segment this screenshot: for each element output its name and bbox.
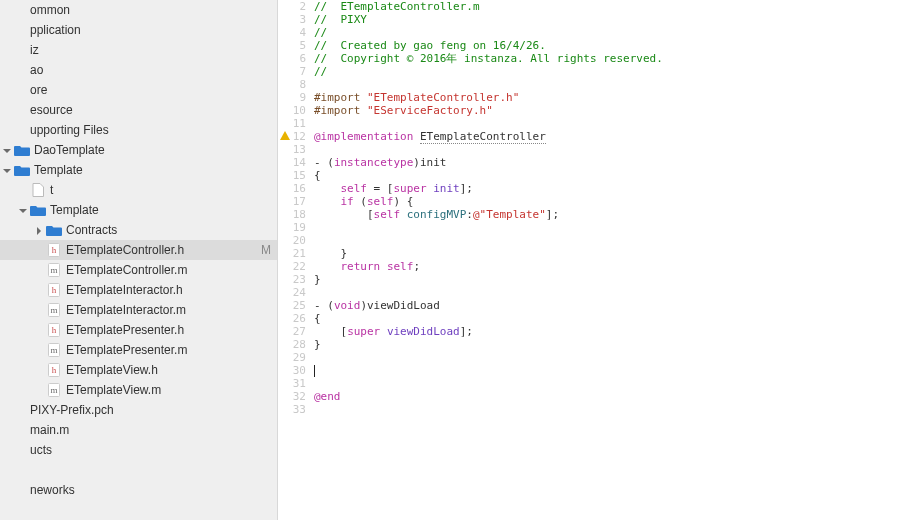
line-number: 29 xyxy=(278,351,314,364)
folder-icon xyxy=(46,223,62,237)
code-line[interactable] xyxy=(314,364,920,377)
file-tree-item[interactable]: PIXY-Prefix.pch xyxy=(0,400,277,420)
m-file-icon: m xyxy=(46,343,62,357)
file-navigator[interactable]: ommonpplicationizaooreesourceupporting F… xyxy=(0,0,278,520)
file-tree-label: ETemplateInteractor.h xyxy=(66,283,271,297)
file-tree-label: ETemplateController.m xyxy=(66,263,271,277)
code-line[interactable]: [super viewDidLoad]; xyxy=(314,325,920,338)
line-number: 26 xyxy=(278,312,314,325)
chevron-right-icon[interactable] xyxy=(34,225,44,235)
file-tree-item[interactable]: main.m xyxy=(0,420,277,440)
line-number: 9 xyxy=(278,91,314,104)
file-tree-item[interactable]: Template xyxy=(0,200,277,220)
code-line[interactable]: self = [super init]; xyxy=(314,182,920,195)
file-tree-item[interactable]: mETemplatePresenter.m xyxy=(0,340,277,360)
line-number: 17 xyxy=(278,195,314,208)
line-number: 19 xyxy=(278,221,314,234)
code-line[interactable]: } xyxy=(314,338,920,351)
file-tree-item[interactable]: esource xyxy=(0,100,277,120)
file-tree-item[interactable]: ucts xyxy=(0,440,277,460)
file-tree-item[interactable]: ommon xyxy=(0,0,277,20)
code-line[interactable]: { xyxy=(314,312,920,325)
code-line[interactable]: // ETemplateController.m xyxy=(314,0,920,13)
file-tree-item[interactable]: ore xyxy=(0,80,277,100)
code-line[interactable]: #import "ETemplateController.h" xyxy=(314,91,920,104)
file-tree-item[interactable]: hETemplatePresenter.h xyxy=(0,320,277,340)
code-line[interactable]: #import "EServiceFactory.h" xyxy=(314,104,920,117)
file-tree-item[interactable]: t xyxy=(0,180,277,200)
code-line[interactable]: @end xyxy=(314,390,920,403)
code-line[interactable]: // xyxy=(314,65,920,78)
chevron-down-icon[interactable] xyxy=(2,145,12,155)
code-line[interactable]: // PIXY xyxy=(314,13,920,26)
line-number: 11 xyxy=(278,117,314,130)
file-tree-label: ETemplateView.h xyxy=(66,363,271,377)
code-line[interactable]: @implementation ETemplateController xyxy=(314,130,920,143)
file-tree-label: Template xyxy=(34,163,271,177)
file-tree-label: iz xyxy=(30,43,271,57)
code-line[interactable]: } xyxy=(314,247,920,260)
line-number: 12 xyxy=(278,130,314,143)
code-line[interactable]: // xyxy=(314,26,920,39)
h-file-icon: h xyxy=(46,243,62,257)
code-line[interactable]: [self configMVP:@"Template"]; xyxy=(314,208,920,221)
code-line[interactable] xyxy=(314,117,920,130)
file-tree-item[interactable]: pplication xyxy=(0,20,277,40)
code-line[interactable] xyxy=(314,377,920,390)
file-tree-item[interactable]: neworks xyxy=(0,480,277,500)
file-tree-item[interactable]: ao xyxy=(0,60,277,80)
line-number: 21 xyxy=(278,247,314,260)
file-tree-item[interactable]: hETemplateController.hM xyxy=(0,240,277,260)
code-line[interactable]: { xyxy=(314,169,920,182)
line-number: 8 xyxy=(278,78,314,91)
m-file-icon: m xyxy=(46,383,62,397)
line-number: 5 xyxy=(278,39,314,52)
code-line[interactable]: // Created by gao feng on 16/4/26. xyxy=(314,39,920,52)
line-number: 30 xyxy=(278,364,314,377)
file-tree-label: pplication xyxy=(30,23,271,37)
line-number-gutter: 2345678910111213141516171819202122232425… xyxy=(278,0,314,520)
file-tree-item[interactable]: upporting Files xyxy=(0,120,277,140)
code-line[interactable] xyxy=(314,78,920,91)
code-editor[interactable]: 2345678910111213141516171819202122232425… xyxy=(278,0,920,520)
line-number: 25 xyxy=(278,299,314,312)
svg-text:h: h xyxy=(52,365,57,375)
file-tree-item[interactable]: DaoTemplate xyxy=(0,140,277,160)
file-tree-item[interactable]: iz xyxy=(0,40,277,60)
code-line[interactable] xyxy=(314,143,920,156)
code-line[interactable]: - (instancetype)init xyxy=(314,156,920,169)
m-file-icon: m xyxy=(46,303,62,317)
code-line[interactable] xyxy=(314,234,920,247)
line-number: 33 xyxy=(278,403,314,416)
line-number: 20 xyxy=(278,234,314,247)
chevron-down-icon[interactable] xyxy=(18,205,28,215)
code-area[interactable]: // ETemplateController.m// PIXY//// Crea… xyxy=(314,0,920,520)
code-line[interactable]: if (self) { xyxy=(314,195,920,208)
line-number: 27 xyxy=(278,325,314,338)
code-line[interactable] xyxy=(314,286,920,299)
line-number: 16 xyxy=(278,182,314,195)
file-tree-item[interactable]: Template xyxy=(0,160,277,180)
code-line[interactable]: return self; xyxy=(314,260,920,273)
text-cursor xyxy=(314,365,315,377)
file-tree-label: ucts xyxy=(30,443,271,457)
file-tree-item[interactable] xyxy=(0,460,277,480)
chevron-down-icon[interactable] xyxy=(2,165,12,175)
line-number: 23 xyxy=(278,273,314,286)
code-line[interactable] xyxy=(314,351,920,364)
file-tree-label: ETemplateInteractor.m xyxy=(66,303,271,317)
file-tree-label: ETemplateController.h xyxy=(66,243,257,257)
file-tree-item[interactable]: mETemplateInteractor.m xyxy=(0,300,277,320)
file-tree-item[interactable]: hETemplateView.h xyxy=(0,360,277,380)
file-tree-item[interactable]: Contracts xyxy=(0,220,277,240)
code-line[interactable]: } xyxy=(314,273,920,286)
code-line[interactable] xyxy=(314,403,920,416)
code-line[interactable] xyxy=(314,221,920,234)
code-line[interactable]: // Copyright © 2016年 instanza. All right… xyxy=(314,52,920,65)
h-file-icon: h xyxy=(46,323,62,337)
file-tree-item[interactable]: mETemplateController.m xyxy=(0,260,277,280)
svg-text:h: h xyxy=(52,285,57,295)
file-tree-item[interactable]: mETemplateView.m xyxy=(0,380,277,400)
file-tree-item[interactable]: hETemplateInteractor.h xyxy=(0,280,277,300)
code-line[interactable]: - (void)viewDidLoad xyxy=(314,299,920,312)
